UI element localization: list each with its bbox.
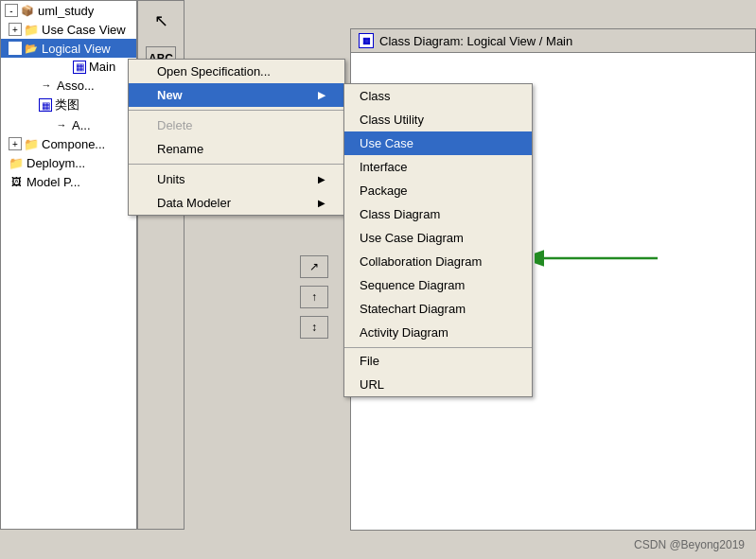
menu-item-label: Data Modeler: [157, 196, 231, 210]
menu-sequence-diagram[interactable]: Sequence Diagram: [344, 273, 532, 297]
tree-label: uml_study: [38, 4, 94, 18]
menu-class[interactable]: Class: [344, 84, 532, 108]
menu-collaboration-diagram[interactable]: Collaboration Diagram: [344, 250, 532, 273]
menu-use-case[interactable]: Use Case: [344, 131, 532, 155]
tree-item-a[interactable]: → A...: [1, 115, 136, 134]
expander-lv[interactable]: -: [9, 42, 22, 55]
menu-open-spec[interactable]: Open Specification...: [129, 60, 344, 83]
menu-item-label: Sequence Diagram: [360, 278, 465, 292]
menu-use-case-diagram[interactable]: Use Case Diagram: [344, 226, 532, 250]
watermark: CSDN @Beyong2019: [634, 538, 745, 551]
context-menu-new-submenu: Class Class Utility Use Case Interface P…: [343, 83, 533, 397]
diagram2-icon: ▦: [39, 98, 52, 112]
menu-item-label: Class: [360, 89, 391, 103]
tool-btn-3[interactable]: ↕: [300, 316, 328, 339]
menu-units[interactable]: Units ▶: [129, 167, 344, 191]
expander-comp[interactable]: +: [9, 137, 22, 150]
model-icon: 🖼: [9, 174, 24, 189]
tree-item-uml-study[interactable]: - 📦 uml_study: [1, 1, 136, 20]
menu-item-label: Use Case Diagram: [360, 231, 464, 245]
menu-item-label: URL: [360, 377, 384, 392]
menu-activity-diagram[interactable]: Activity Diagram: [344, 321, 532, 344]
menu-class-utility[interactable]: Class Utility: [344, 108, 532, 131]
watermark-text: CSDN @Beyong2019: [634, 538, 745, 551]
tree-label: 类图: [55, 96, 79, 114]
menu-item-label: Interface: [360, 160, 408, 174]
diagram-header: ▦ Class Diagram: Logical View / Main: [351, 29, 755, 53]
menu-item-label: Class Utility: [360, 113, 424, 127]
tree-item-lei-tu[interactable]: ▦ 类图: [1, 95, 136, 115]
tool-btn-1[interactable]: ↗: [300, 255, 328, 278]
context-menu-primary: Open Specification... New ▶ Delete Renam…: [128, 59, 345, 216]
menu-new[interactable]: New ▶: [129, 83, 344, 107]
arrow2-icon: →: [54, 117, 69, 132]
cursor-tool[interactable]: ↖: [154, 10, 168, 31]
diagram-icon: ▦: [73, 61, 86, 74]
menu-sep-2: [129, 164, 344, 165]
folder-open-icon: 📂: [24, 41, 39, 56]
menu-url[interactable]: URL: [344, 373, 532, 396]
tree-item-asso[interactable]: → Asso...: [1, 76, 136, 95]
menu-rename[interactable]: Rename: [129, 137, 344, 161]
side-toolbar: ↗ ↑ ↕: [300, 255, 328, 339]
folder-icon: 📁: [24, 22, 39, 37]
menu-item-label: Delete: [157, 118, 193, 132]
menu-item-label: Use Case: [360, 136, 413, 150]
tree-label: Main: [89, 60, 115, 74]
tree-label: Compone...: [42, 137, 105, 151]
folder3-icon: 📁: [24, 136, 39, 151]
tree-label: Asso...: [57, 79, 95, 93]
menu-interface[interactable]: Interface: [344, 155, 532, 179]
package-icon: 📦: [20, 3, 35, 18]
menu-item-label: File: [360, 354, 379, 368]
tool-btn-2[interactable]: ↑: [300, 286, 328, 308]
tree-item-main[interactable]: ▦ Main: [1, 58, 136, 76]
diagram-title: Class Diagram: Logical View / Main: [379, 34, 572, 48]
tree-label: Model P...: [26, 175, 80, 189]
menu-data-modeler[interactable]: Data Modeler ▶: [129, 191, 344, 215]
menu-item-label: Open Specification...: [157, 64, 271, 79]
submenu-arrow-dm: ▶: [318, 198, 325, 208]
menu-delete: Delete: [129, 114, 344, 137]
tree-item-component[interactable]: + 📁 Compone...: [1, 134, 136, 153]
menu-item-label: Units: [157, 172, 185, 186]
green-arrow-indicator: [535, 244, 658, 275]
submenu-arrow-units: ▶: [318, 174, 325, 184]
menu-package[interactable]: Package: [344, 179, 532, 202]
menu-item-label: New: [157, 88, 183, 102]
menu-statechart-diagram[interactable]: Statechart Diagram: [344, 297, 532, 321]
menu-class-diagram[interactable]: Class Diagram: [344, 202, 532, 226]
tree-item-logical-view[interactable]: - 📂 Logical View: [1, 39, 136, 58]
tree-label: A...: [72, 118, 91, 132]
tree-panel: - 📦 uml_study + 📁 Use Case View - 📂 Logi…: [0, 0, 137, 530]
expander-ucv[interactable]: +: [9, 23, 22, 36]
menu-item-label: Class Diagram: [360, 207, 440, 221]
folder4-icon: 📁: [9, 155, 24, 170]
tree-item-model-p[interactable]: 🖼 Model P...: [1, 172, 136, 191]
tree-label: Use Case View: [42, 23, 126, 37]
menu-item-label: Activity Diagram: [360, 325, 448, 340]
tree-label: Deploym...: [26, 156, 85, 170]
menu-item-label: Collaboration Diagram: [360, 254, 482, 269]
menu-sep-1: [129, 110, 344, 111]
tree-item-use-case-view[interactable]: + 📁 Use Case View: [1, 20, 136, 39]
menu-item-label: Package: [360, 183, 408, 198]
expander-uml[interactable]: -: [5, 4, 18, 17]
menu-item-label: Rename: [157, 142, 203, 156]
arrow-icon: →: [39, 78, 54, 93]
menu-file[interactable]: File: [344, 347, 532, 373]
menu-item-label: Statechart Diagram: [360, 302, 466, 316]
tree-item-deployment[interactable]: 📁 Deploym...: [1, 153, 136, 172]
submenu-arrow: ▶: [318, 90, 325, 100]
diagram-header-icon: ▦: [359, 33, 374, 48]
tree-label: Logical View: [42, 42, 111, 56]
